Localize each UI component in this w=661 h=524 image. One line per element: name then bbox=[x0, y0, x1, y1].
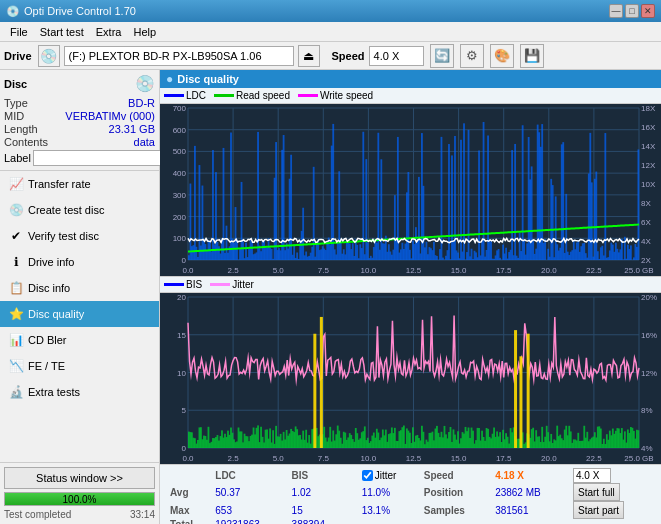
time-text: 33:14 bbox=[130, 509, 155, 520]
nav-item-extra-tests[interactable]: 🔬Extra tests bbox=[0, 379, 159, 405]
eject-button[interactable]: ⏏ bbox=[298, 45, 320, 67]
disc-type-row: Type BD-R bbox=[4, 97, 155, 109]
nav-item-cd-bler[interactable]: 📊CD Bler bbox=[0, 327, 159, 353]
drive-label: Drive bbox=[4, 50, 32, 62]
disc-title: Disc bbox=[4, 78, 27, 90]
main-content: Disc 💿 Type BD-R MID VERBATIMv (000) Len… bbox=[0, 70, 661, 524]
stats-row: LDC BIS Jitter Speed 4.18 X bbox=[160, 464, 661, 524]
palette-button[interactable]: 🎨 bbox=[490, 44, 514, 68]
status-window-button[interactable]: Status window >> bbox=[4, 467, 155, 489]
menu-extra[interactable]: Extra bbox=[90, 24, 128, 40]
drive-info-icon: ℹ bbox=[8, 255, 24, 269]
start-full-button[interactable]: Start full bbox=[573, 483, 620, 501]
create-test-disc-label: Create test disc bbox=[28, 204, 104, 216]
cd-bler-label: CD Bler bbox=[28, 334, 67, 346]
speed-dropdown-cell[interactable]: 4.0 X bbox=[569, 468, 655, 483]
avg-ldc: 50.37 bbox=[211, 483, 287, 501]
upper-legend: LDC Read speed Write speed bbox=[160, 88, 661, 104]
nav-item-verify-test-disc[interactable]: ✔Verify test disc bbox=[0, 223, 159, 249]
disc-quality-icon: ⭐ bbox=[8, 307, 24, 321]
legend-read-speed: Read speed bbox=[214, 90, 290, 101]
length-label: Length bbox=[4, 123, 38, 135]
menu-file[interactable]: File bbox=[4, 24, 34, 40]
contents-value: data bbox=[134, 136, 155, 148]
minimize-button[interactable]: — bbox=[609, 4, 623, 18]
refresh-button[interactable]: 🔄 bbox=[430, 44, 454, 68]
transfer-rate-label: Transfer rate bbox=[28, 178, 91, 190]
lower-chart-container bbox=[160, 293, 661, 464]
start-part-button[interactable]: Start part bbox=[573, 501, 624, 519]
samples-val: 381561 bbox=[491, 501, 569, 519]
avg-jitter: 11.0% bbox=[358, 483, 420, 501]
fe-te-label: FE / TE bbox=[28, 360, 65, 372]
disc-header: Disc 💿 bbox=[4, 74, 155, 93]
app-title: Opti Drive Control 1.70 bbox=[24, 5, 136, 17]
stats-table: LDC BIS Jitter Speed 4.18 X bbox=[166, 468, 655, 524]
disc-mid-row: MID VERBATIMv (000) bbox=[4, 110, 155, 122]
avg-bis: 1.02 bbox=[288, 483, 348, 501]
settings-button[interactable]: ⚙ bbox=[460, 44, 484, 68]
drive-dropdown[interactable]: (F:) PLEXTOR BD-R PX-LB950SA 1.06 bbox=[64, 46, 294, 66]
label-label: Label bbox=[4, 152, 31, 164]
nav-items: 📈Transfer rate💿Create test disc✔Verify t… bbox=[0, 171, 159, 462]
chart-area: ● Disc quality LDC Read speed bbox=[160, 70, 661, 524]
disc-label-row: Label ✏ bbox=[4, 150, 155, 166]
chart-title: Disc quality bbox=[177, 73, 239, 85]
nav-item-fe-te[interactable]: 📉FE / TE bbox=[0, 353, 159, 379]
mid-label: MID bbox=[4, 110, 24, 122]
jitter-label: Jitter bbox=[375, 470, 397, 481]
save-button[interactable]: 💾 bbox=[520, 44, 544, 68]
nav-item-create-test-disc[interactable]: 💿Create test disc bbox=[0, 197, 159, 223]
extra-tests-label: Extra tests bbox=[28, 386, 80, 398]
nav-item-disc-quality[interactable]: ⭐Disc quality bbox=[0, 301, 159, 327]
disc-contents-row: Contents data bbox=[4, 136, 155, 148]
disc-icon: 💿 bbox=[135, 74, 155, 93]
menu-help[interactable]: Help bbox=[127, 24, 162, 40]
label-input[interactable] bbox=[33, 150, 162, 166]
title-bar-controls[interactable]: — □ ✕ bbox=[609, 4, 655, 18]
legend-bis: BIS bbox=[164, 279, 202, 290]
drive-icon-button[interactable]: 💿 bbox=[38, 45, 60, 67]
legend-ldc: LDC bbox=[164, 90, 206, 101]
nav-item-disc-info[interactable]: 📋Disc info bbox=[0, 275, 159, 301]
fe-te-icon: 📉 bbox=[8, 359, 24, 373]
legend-write-speed: Write speed bbox=[298, 90, 373, 101]
speed-dropdown-sm[interactable]: 4.0 X bbox=[573, 468, 611, 483]
nav-item-drive-info[interactable]: ℹDrive info bbox=[0, 249, 159, 275]
app-icon: 💿 bbox=[6, 5, 20, 18]
stats-left: LDC BIS Jitter Speed 4.18 X bbox=[160, 465, 661, 524]
status-text: Test completed bbox=[4, 509, 71, 520]
total-ldc: 19231863 bbox=[211, 519, 287, 524]
verify-test-disc-label: Verify test disc bbox=[28, 230, 99, 242]
title-bar-left: 💿 Opti Drive Control 1.70 bbox=[6, 5, 136, 18]
upper-chart-container bbox=[160, 104, 661, 276]
disc-panel: Disc 💿 Type BD-R MID VERBATIMv (000) Len… bbox=[0, 70, 159, 171]
verify-test-disc-icon: ✔ bbox=[8, 229, 24, 243]
create-test-disc-icon: 💿 bbox=[8, 203, 24, 217]
disc-info-label: Disc info bbox=[28, 282, 70, 294]
lower-chart-canvas bbox=[160, 293, 661, 464]
jitter-checkbox[interactable] bbox=[362, 470, 373, 481]
menu-start-test[interactable]: Start test bbox=[34, 24, 90, 40]
maximize-button[interactable]: □ bbox=[625, 4, 639, 18]
total-bis: 388394 bbox=[288, 519, 348, 524]
progress-bar: 100.0% bbox=[4, 492, 155, 506]
nav-item-transfer-rate[interactable]: 📈Transfer rate bbox=[0, 171, 159, 197]
legend-jitter: Jitter bbox=[210, 279, 254, 290]
jitter-checkbox-row: Jitter bbox=[362, 470, 416, 481]
transfer-rate-icon: 📈 bbox=[8, 177, 24, 191]
cd-bler-icon: 📊 bbox=[8, 333, 24, 347]
max-jitter: 13.1% bbox=[358, 501, 420, 519]
disc-length-row: Length 23.31 GB bbox=[4, 123, 155, 135]
length-value: 23.31 GB bbox=[109, 123, 155, 135]
disc-info-icon: 📋 bbox=[8, 281, 24, 295]
disc-quality-label: Disc quality bbox=[28, 308, 84, 320]
progress-text: 100.0% bbox=[5, 493, 154, 505]
sidebar-bottom: Status window >> 100.0% Test completed 3… bbox=[0, 462, 159, 524]
speed-dropdown[interactable]: 4.0 X bbox=[369, 46, 424, 66]
close-button[interactable]: ✕ bbox=[641, 4, 655, 18]
drive-bar: Drive 💿 (F:) PLEXTOR BD-R PX-LB950SA 1.0… bbox=[0, 42, 661, 70]
extra-tests-icon: 🔬 bbox=[8, 385, 24, 399]
mid-value: VERBATIMv (000) bbox=[65, 110, 155, 122]
speed-val: 4.18 X bbox=[491, 468, 569, 483]
